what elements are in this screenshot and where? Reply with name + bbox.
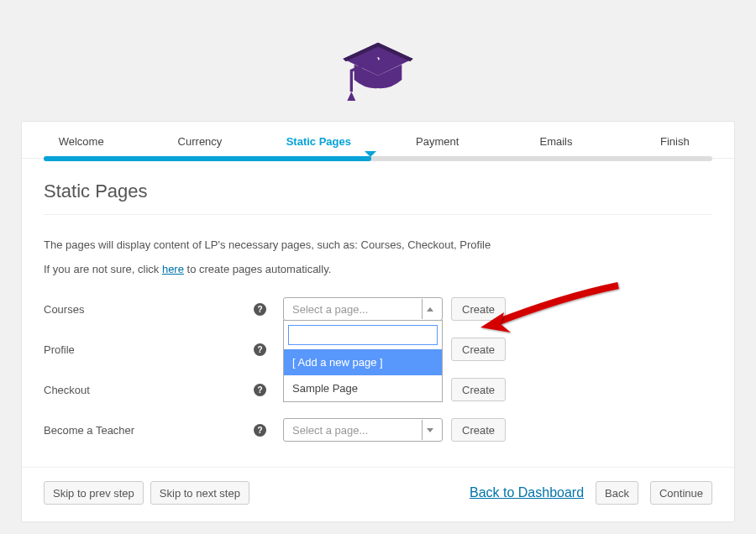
description-2-suffix: to create pages automatically.: [184, 263, 331, 275]
help-icon[interactable]: ?: [254, 384, 266, 396]
dropdown-option-add-new[interactable]: [ Add a new page ]: [284, 349, 442, 375]
chevron-down-icon: [422, 420, 437, 440]
dropdown-option-sample-page[interactable]: Sample Page: [284, 375, 442, 401]
row-courses: Courses ? Select a page... [ Add a new p…: [44, 297, 712, 321]
dropdown-search-wrap: [284, 321, 442, 349]
create-button-courses[interactable]: Create: [451, 297, 506, 321]
auto-create-link[interactable]: here: [162, 263, 184, 275]
back-button[interactable]: Back: [596, 481, 638, 505]
description-2: If you are not sure, click here to creat…: [44, 263, 712, 275]
select-placeholder: Select a page...: [292, 303, 368, 316]
description-1: The pages will display content of LP's n…: [44, 238, 712, 251]
continue-button[interactable]: Continue: [650, 481, 712, 505]
help-icon[interactable]: ?: [254, 303, 266, 316]
setup-wizard-panel: Welcome Currency Static Pages Payment Em…: [21, 121, 735, 522]
help-icon[interactable]: ?: [254, 424, 266, 437]
wizard-progress: [44, 156, 712, 161]
dropdown-search-input[interactable]: [288, 325, 438, 345]
logo-area: [0, 0, 756, 121]
wizard-step-emails[interactable]: Emails: [496, 122, 615, 158]
page-select-become-teacher[interactable]: Select a page...: [283, 418, 443, 442]
row-label: Courses: [44, 303, 254, 316]
wizard-step-static-pages[interactable]: Static Pages: [260, 122, 378, 158]
row-label: Become a Teacher: [44, 424, 254, 437]
skip-next-button[interactable]: Skip to next step: [150, 481, 249, 505]
description-2-prefix: If you are not sure, click: [44, 263, 162, 275]
wizard-step-welcome[interactable]: Welcome: [22, 122, 140, 158]
page-select-dropdown: [ Add a new page ] Sample Page: [283, 320, 443, 402]
page-select-courses[interactable]: Select a page...: [283, 297, 443, 321]
wizard-step-payment[interactable]: Payment: [378, 122, 496, 158]
row-label: Checkout: [44, 384, 254, 396]
skip-prev-button[interactable]: Skip to prev step: [44, 481, 144, 505]
wizard-footer: Skip to prev step Skip to next step Back…: [22, 467, 734, 521]
select-placeholder: Select a page...: [292, 424, 368, 437]
help-icon[interactable]: ?: [254, 343, 266, 356]
row-label: Profile: [44, 343, 254, 356]
page-title: Static Pages: [44, 181, 712, 215]
back-to-dashboard-link[interactable]: Back to Dashboard: [470, 485, 584, 500]
row-become-teacher: Become a Teacher ? Select a page... Crea…: [44, 418, 712, 442]
footer-left: Skip to prev step Skip to next step: [44, 481, 249, 505]
create-button-profile[interactable]: Create: [451, 338, 506, 361]
chevron-up-icon: [422, 299, 437, 319]
graduation-cap-icon: [336, 29, 420, 105]
create-button-checkout[interactable]: Create: [451, 378, 506, 401]
wizard-steps: Welcome Currency Static Pages Payment Em…: [22, 122, 734, 159]
content-area: Static Pages The pages will display cont…: [22, 164, 734, 450]
create-button-become-teacher[interactable]: Create: [451, 418, 506, 442]
footer-right: Back to Dashboard Back Continue: [470, 481, 712, 505]
wizard-step-finish[interactable]: Finish: [616, 122, 734, 158]
wizard-progress-fill: [44, 156, 371, 161]
wizard-step-currency[interactable]: Currency: [140, 122, 259, 158]
